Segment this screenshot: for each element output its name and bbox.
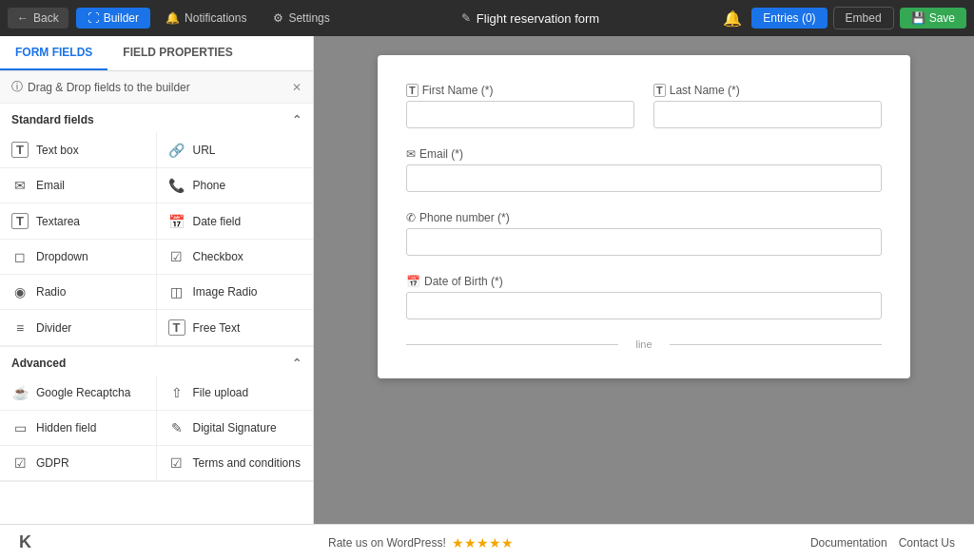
field-item-date[interactable]: 📅 Date field (157, 203, 314, 240)
top-nav: ← Back ⛶ Builder 🔔 Notifications ⚙ Setti… (0, 0, 974, 36)
form-divider: line (406, 338, 882, 350)
email-field-icon: ✉ (406, 147, 416, 161)
field-item-checkbox[interactable]: ☑ Checkbox (157, 240, 314, 275)
rate-stars[interactable]: ★★★★★ (452, 535, 514, 550)
phone-input[interactable] (406, 228, 882, 256)
bell-icon: 🔔 (166, 11, 180, 25)
tab-field-properties[interactable]: FIELD PROPERTIES (107, 36, 247, 70)
first-name-input[interactable] (406, 101, 634, 128)
field-item-phone[interactable]: 📞 Phone (157, 168, 314, 203)
divider-icon: ≡ (11, 320, 29, 336)
last-name-input[interactable] (653, 101, 882, 128)
notifications-button[interactable]: 🔔 Notifications (154, 8, 258, 29)
radio-icon: ◉ (11, 284, 29, 299)
image-radio-icon: ◫ (168, 284, 185, 299)
dob-input[interactable] (406, 292, 882, 319)
field-divider-label: Divider (36, 321, 71, 335)
field-signature-label: Digital Signature (193, 421, 277, 434)
standard-section-chevron[interactable]: ⌃ (292, 113, 302, 126)
textbox-icon: T (11, 142, 29, 158)
footer: K Rate us on WordPress! ★★★★★ Documentat… (0, 524, 974, 560)
close-hint-icon[interactable]: ✕ (292, 81, 302, 94)
field-recaptcha-label: Google Recaptcha (36, 386, 130, 399)
standard-section-header: Standard fields ⌃ (0, 104, 313, 132)
save-button[interactable]: 💾 Save (900, 8, 966, 29)
field-url-label: URL (193, 144, 216, 157)
field-terms-label: Terms and conditions (193, 456, 301, 470)
tab-form-fields[interactable]: FORM FIELDS (0, 36, 107, 70)
email-input[interactable] (406, 164, 882, 192)
terms-icon: ☑ (168, 455, 185, 471)
advanced-fields-grid: ☕ Google Recaptcha ⇧ File upload ▭ Hidde… (0, 376, 313, 482)
field-image-radio-label: Image Radio (193, 285, 258, 299)
save-icon: 💾 (911, 11, 925, 25)
field-item-free-text[interactable]: T Free Text (157, 310, 314, 346)
hidden-icon: ▭ (11, 420, 29, 435)
footer-logo: K (19, 532, 31, 552)
field-item-signature[interactable]: ✎ Digital Signature (157, 411, 314, 446)
url-icon: 🔗 (168, 143, 185, 158)
field-item-hidden[interactable]: ▭ Hidden field (0, 411, 157, 446)
notifications-label: Notifications (185, 11, 246, 25)
entries-label: Entries (0) (763, 11, 815, 25)
settings-label: Settings (288, 11, 329, 25)
field-item-image-radio[interactable]: ◫ Image Radio (157, 275, 314, 310)
field-item-recaptcha[interactable]: ☕ Google Recaptcha (0, 376, 157, 411)
alert-bell-button[interactable]: 🔔 (719, 6, 746, 31)
form-card: T First Name (*) T Last Name (*) ✉ (378, 55, 910, 378)
standard-section-label: Standard fields (11, 113, 94, 126)
field-email-label: Email (36, 179, 65, 192)
text-field-icon: T (406, 84, 419, 97)
field-item-divider[interactable]: ≡ Divider (0, 310, 157, 346)
settings-button[interactable]: ⚙ Settings (262, 8, 341, 29)
field-item-email[interactable]: ✉ Email (0, 168, 157, 203)
field-phone-label: Phone (193, 179, 226, 192)
content-area: T First Name (*) T Last Name (*) ✉ (314, 36, 974, 524)
advanced-section-header: Advanced ⌃ (0, 347, 313, 376)
field-file-upload-label: File upload (193, 386, 249, 399)
field-free-text-label: Free Text (193, 321, 241, 335)
field-dropdown-label: Dropdown (36, 250, 88, 263)
advanced-section-chevron[interactable]: ⌃ (292, 357, 302, 370)
phone-group: ✆ Phone number (*) (406, 211, 882, 256)
field-gdpr-label: GDPR (36, 456, 69, 470)
last-name-label: T Last Name (*) (653, 84, 882, 97)
email-icon: ✉ (11, 178, 29, 193)
embed-label: Embed (846, 11, 882, 25)
footer-rate: Rate us on WordPress! ★★★★★ (328, 535, 514, 550)
back-button[interactable]: ← Back (8, 8, 68, 29)
builder-button[interactable]: ⛶ Builder (76, 8, 150, 29)
documentation-link[interactable]: Documentation (810, 536, 887, 550)
field-item-terms[interactable]: ☑ Terms and conditions (157, 446, 314, 481)
rate-text: Rate us on WordPress! (328, 536, 446, 550)
email-label: ✉ Email (*) (406, 147, 882, 161)
gdpr-icon: ☑ (11, 455, 29, 471)
field-textbox-label: Text box (36, 144, 79, 157)
field-item-radio[interactable]: ◉ Radio (0, 275, 157, 310)
edit-icon: ✎ (461, 11, 471, 25)
entries-button[interactable]: Entries (0) (751, 8, 827, 29)
form-title-area: ✎ Flight reservation form (345, 11, 715, 26)
free-text-icon: T (168, 319, 185, 336)
embed-button[interactable]: Embed (833, 7, 894, 29)
form-title: Flight reservation form (477, 11, 599, 26)
standard-fields-grid: T Text box 🔗 URL ✉ Email 📞 Phone T Texta… (0, 132, 313, 347)
save-label: Save (929, 11, 955, 25)
nav-right-actions: 🔔 Entries (0) Embed 💾 Save (719, 6, 966, 31)
dob-group: 📅 Date of Birth (*) (406, 275, 882, 319)
field-checkbox-label: Checkbox (193, 250, 244, 263)
textarea-icon: T (11, 213, 29, 229)
back-label: Back (33, 11, 59, 25)
field-item-url[interactable]: 🔗 URL (157, 132, 314, 168)
email-group: ✉ Email (*) (406, 147, 882, 192)
field-item-file-upload[interactable]: ⇧ File upload (157, 376, 314, 411)
recaptcha-icon: ☕ (11, 385, 29, 400)
field-item-textbox[interactable]: T Text box (0, 132, 157, 168)
field-item-textarea[interactable]: T Textarea (0, 203, 157, 240)
drag-hint-label: Drag & Drop fields to the builder (28, 81, 190, 94)
field-item-dropdown[interactable]: ◻ Dropdown (0, 240, 157, 275)
field-item-gdpr[interactable]: ☑ GDPR (0, 446, 157, 481)
contact-link[interactable]: Contact Us (899, 536, 955, 550)
builder-icon: ⛶ (88, 11, 99, 25)
first-name-label: T First Name (*) (406, 84, 634, 97)
